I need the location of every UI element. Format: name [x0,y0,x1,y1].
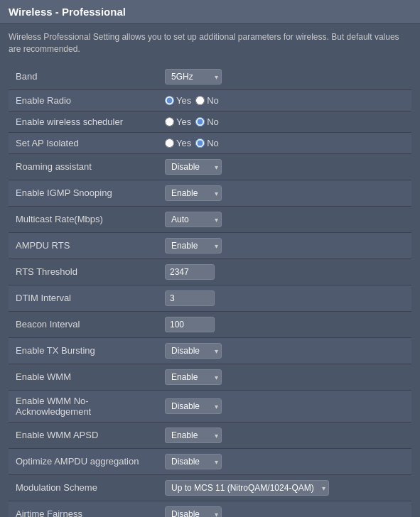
select-optimize-ampdu-aggregation[interactable]: DisableEnable [165,454,222,469]
radio-label-yes[interactable]: Yes [165,116,191,127]
select-wrapper: 2.4GHz5GHz▾ [165,69,222,85]
row-control: YesNo [158,89,411,111]
select-wrapper: EnableDisable▾ [165,238,222,254]
row-label: Enable wireless scheduler [9,111,158,132]
table-row: Optimize AMPDU aggregationDisableEnable▾ [9,448,411,474]
table-row: Airtime FairnessDisableEnable▾ [9,501,411,517]
table-row: Enable WMMEnableDisable▾ [9,364,411,390]
row-control [158,285,411,311]
select-wrapper: Auto125.511▾ [165,212,222,227]
row-control: DisableEnable▾ [158,337,411,364]
row-control: YesNo [158,132,411,153]
row-control: EnableDisable▾ [158,232,411,258]
select-ampdu-rts[interactable]: EnableDisable [165,238,222,254]
select-enable-wmm[interactable]: EnableDisable [165,369,222,385]
row-label: DTIM Interval [9,285,158,311]
row-control: DisableEnable▾ [158,448,411,474]
row-control: Up to MCS 11 (NitroQAM/1024-QAM)Up to MC… [158,474,411,501]
row-label: Set AP Isolated [9,132,158,153]
row-control [158,258,411,285]
row-label: AMPDU RTS [9,232,158,258]
radio-label-yes[interactable]: Yes [165,138,191,148]
row-control: 2.4GHz5GHz▾ [158,64,411,90]
text-input-beacon-interval[interactable] [165,317,215,332]
radio-no[interactable] [195,96,205,105]
row-control: DisableEnable▾ [158,153,411,180]
row-label: Band [9,64,158,90]
select-wrapper: DisableEnable▾ [165,398,222,414]
select-modulation-scheme[interactable]: Up to MCS 11 (NitroQAM/1024-QAM)Up to MC… [165,480,329,496]
row-label: Enable TX Bursting [9,337,158,364]
title-bar: Wireless - Professional [0,0,420,24]
row-control [158,311,411,337]
row-label: Enable Radio [9,89,158,111]
radio-no[interactable] [195,138,205,148]
table-row: RTS Threshold [9,258,411,285]
page-container: Wireless - Professional Wireless Profess… [0,0,420,517]
radio-yes[interactable] [165,138,174,148]
radio-group: YesNo [165,138,404,148]
row-control: DisableEnable▾ [158,390,411,422]
text-input-rts-threshold[interactable] [165,264,215,280]
radio-yes[interactable] [165,117,174,126]
select-wrapper: DisableEnable▾ [165,454,222,469]
row-label: Enable WMM APSD [9,422,158,448]
table-row: AMPDU RTSEnableDisable▾ [9,232,411,258]
radio-group: YesNo [165,95,404,106]
select-enable-wmm-no-acknowledgement[interactable]: DisableEnable [165,398,222,414]
select-wrapper: DisableEnable▾ [165,343,222,359]
radio-yes[interactable] [165,96,174,105]
table-row: Enable RadioYesNo [9,89,411,111]
select-roaming-assistant[interactable]: DisableEnable [165,159,222,175]
table-row: Enable wireless schedulerYesNo [9,111,411,132]
select-wrapper: EnableDisable▾ [165,185,222,201]
page-title: Wireless - Professional [9,6,411,18]
row-label: Multicast Rate(Mbps) [9,206,158,232]
row-label: Airtime Fairness [9,501,158,517]
select-enable-wmm-apsd[interactable]: EnableDisable [165,428,222,443]
select-multicast-rate(mbps)[interactable]: Auto125.511 [165,212,222,227]
radio-label-yes[interactable]: Yes [165,95,191,106]
select-band[interactable]: 2.4GHz5GHz [165,69,222,85]
row-label: Beacon Interval [9,311,158,337]
row-control: EnableDisable▾ [158,422,411,448]
select-airtime-fairness[interactable]: DisableEnable [165,506,222,517]
row-label: RTS Threshold [9,258,158,285]
settings-table: Band2.4GHz5GHz▾Enable RadioYesNoEnable w… [9,64,411,517]
row-label: Optimize AMPDU aggregation [9,448,158,474]
select-wrapper: DisableEnable▾ [165,506,222,517]
select-wrapper: Up to MCS 11 (NitroQAM/1024-QAM)Up to MC… [165,480,329,496]
table-row: Modulation SchemeUp to MCS 11 (NitroQAM/… [9,474,411,501]
radio-group: YesNo [165,116,404,127]
row-control: EnableDisable▾ [158,364,411,390]
select-enable-igmp-snooping[interactable]: EnableDisable [165,185,222,201]
row-control: EnableDisable▾ [158,180,411,206]
table-row: Multicast Rate(Mbps)Auto125.511▾ [9,206,411,232]
radio-no[interactable] [195,117,205,126]
radio-label-no[interactable]: No [195,138,219,148]
text-input-dtim-interval[interactable] [165,290,215,306]
radio-label-no[interactable]: No [195,95,219,106]
select-wrapper: DisableEnable▾ [165,159,222,175]
select-wrapper: EnableDisable▾ [165,369,222,385]
table-row: Beacon Interval [9,311,411,337]
content-area: Wireless Professional Setting allows you… [0,24,420,517]
row-label: Roaming assistant [9,153,158,180]
row-control: DisableEnable▾ [158,501,411,517]
table-row: Roaming assistantDisableEnable▾ [9,153,411,180]
row-label: Modulation Scheme [9,474,158,501]
page-description: Wireless Professional Setting allows you… [9,31,411,55]
row-label: Enable WMM No-Acknowledgement [9,390,158,422]
radio-label-no[interactable]: No [195,116,219,127]
row-label: Enable WMM [9,364,158,390]
select-wrapper: EnableDisable▾ [165,428,222,443]
table-row: Enable TX BurstingDisableEnable▾ [9,337,411,364]
select-enable-tx-bursting[interactable]: DisableEnable [165,343,222,359]
row-control: Auto125.511▾ [158,206,411,232]
table-row: Enable WMM APSDEnableDisable▾ [9,422,411,448]
row-label: Enable IGMP Snooping [9,180,158,206]
table-row: Set AP IsolatedYesNo [9,132,411,153]
row-control: YesNo [158,111,411,132]
table-row: Enable IGMP SnoopingEnableDisable▾ [9,180,411,206]
table-row: Band2.4GHz5GHz▾ [9,64,411,90]
